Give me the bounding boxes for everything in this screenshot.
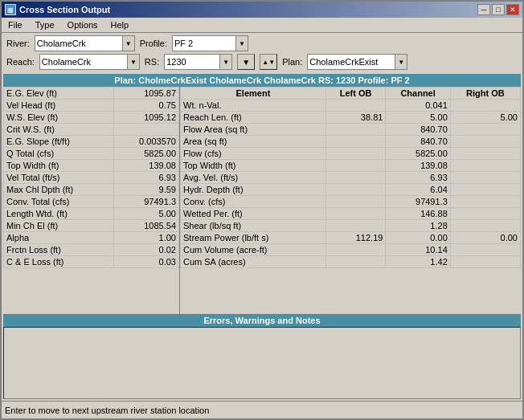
element-value	[325, 196, 386, 208]
nav-down-button[interactable]: ▼	[237, 54, 255, 70]
menu-options[interactable]: Options	[64, 19, 101, 31]
element-value: 112.19	[325, 232, 386, 244]
plan-header: Plan: CholmeCrkExist CholameCrk CholameC…	[3, 74, 521, 87]
element-name: Reach Len. (ft)	[181, 112, 326, 124]
errors-header: Errors, Warnings and Notes	[3, 314, 521, 327]
main-window: ▦ Cross Section Output ─ □ ✕ File Type O…	[0, 0, 524, 420]
left-label: Frctn Loss (ft)	[4, 244, 114, 256]
col-channel: Channel	[386, 88, 450, 100]
table-row: Top Width (ft)139.08	[4, 160, 179, 172]
errors-area	[3, 327, 521, 399]
toolbar-row1: River: CholameCrk ▼ Profile: PF 2 ▼	[2, 33, 522, 54]
left-label: Q Total (cfs)	[4, 148, 114, 160]
element-value: 97491.3	[386, 196, 450, 208]
table-row: Length Wtd. (ft)5.00	[4, 208, 179, 220]
nav-up-button[interactable]: ▲▼	[260, 54, 277, 70]
table-row: Reach Len. (ft)38.815.005.00	[181, 112, 521, 124]
left-value: 1095.12	[114, 112, 179, 124]
col-leftob: Left OB	[325, 88, 386, 100]
element-value	[325, 148, 386, 160]
element-value: 0.041	[386, 100, 450, 112]
left-value: 0.75	[114, 100, 179, 112]
col-rightob: Right OB	[450, 88, 520, 100]
left-label: Vel Total (ft/s)	[4, 172, 114, 184]
maximize-button[interactable]: □	[492, 4, 505, 15]
profile-label: Profile:	[140, 39, 167, 48]
reach-select[interactable]: CholameCrk	[39, 54, 128, 70]
element-value: 0.00	[386, 232, 450, 244]
element-name: Cum Volume (acre-ft)	[181, 244, 326, 256]
element-value	[325, 256, 386, 268]
element-value	[450, 220, 520, 232]
right-data-table: Element Left OB Channel Right OB Wt. n-V…	[180, 87, 521, 268]
menu-bar: File Type Options Help	[2, 18, 522, 33]
element-value: 840.70	[386, 136, 450, 148]
element-value	[450, 208, 520, 220]
left-value: 0.02	[114, 244, 179, 256]
menu-file[interactable]: File	[5, 19, 26, 31]
element-value: 6.93	[386, 172, 450, 184]
close-button[interactable]: ✕	[506, 4, 519, 15]
table-row: Frctn Loss (ft)0.02	[4, 244, 179, 256]
element-value	[450, 184, 520, 196]
element-value	[450, 124, 520, 136]
element-value: 1.42	[386, 256, 450, 268]
menu-type[interactable]: Type	[32, 19, 58, 31]
rs-select[interactable]: 1230	[164, 54, 220, 70]
right-table: Element Left OB Channel Right OB Wt. n-V…	[180, 87, 521, 314]
element-name: Shear (lb/sq ft)	[181, 220, 326, 232]
table-row: Vel Head (ft)0.75	[4, 100, 179, 112]
menu-help[interactable]: Help	[108, 19, 133, 31]
plan-dropdown-arrow[interactable]: ▼	[395, 54, 407, 70]
element-value	[450, 148, 520, 160]
element-value: 139.08	[386, 160, 450, 172]
status-bar: Enter to move to next upstream river sta…	[2, 401, 522, 418]
left-label: Length Wtd. (ft)	[4, 208, 114, 220]
table-row: E.G. Slope (ft/ft)0.003570	[4, 136, 179, 148]
left-value: 139.08	[114, 160, 179, 172]
element-value: 5.00	[450, 112, 520, 124]
river-select[interactable]: CholameCrk	[35, 35, 123, 51]
element-name: Top Width (ft)	[181, 160, 326, 172]
left-value: 5825.00	[114, 148, 179, 160]
table-row: W.S. Elev (ft)1095.12	[4, 112, 179, 124]
rs-dropdown-arrow[interactable]: ▼	[219, 54, 232, 70]
element-name: Flow (cfs)	[181, 148, 326, 160]
element-value: 146.88	[386, 208, 450, 220]
left-value: 97491.3	[114, 196, 179, 208]
element-name: Hydr. Depth (ft)	[181, 184, 326, 196]
element-value: 10.14	[386, 244, 450, 256]
left-label: Vel Head (ft)	[4, 100, 114, 112]
reach-label: Reach:	[6, 57, 35, 67]
table-row: Flow (cfs)5825.00	[181, 148, 521, 160]
left-table: E.G. Elev (ft)1095.87Vel Head (ft)0.75W.…	[3, 87, 180, 314]
left-label: W.S. Elev (ft)	[4, 112, 114, 124]
table-row: Area (sq ft)840.70	[181, 136, 521, 148]
left-label: Crit W.S. (ft)	[4, 124, 114, 136]
table-row: Wetted Per. (ft)146.88	[181, 208, 521, 220]
minimize-button[interactable]: ─	[477, 4, 490, 15]
element-value	[325, 220, 386, 232]
element-value	[450, 196, 520, 208]
table-row: Crit W.S. (ft)	[4, 124, 179, 136]
element-name: Wt. n-Val.	[181, 100, 326, 112]
plan-select[interactable]: CholameCrkExist	[307, 54, 395, 70]
element-value	[325, 184, 386, 196]
left-value: 6.93	[114, 172, 179, 184]
river-dropdown-arrow[interactable]: ▼	[122, 35, 135, 51]
left-label: Min Ch El (ft)	[4, 220, 114, 232]
table-row: Wt. n-Val.0.041	[181, 100, 521, 112]
table-row: Top Width (ft)139.08	[181, 160, 521, 172]
reach-dropdown-arrow[interactable]: ▼	[127, 54, 140, 70]
profile-select[interactable]: PF 2	[172, 35, 236, 51]
table-row: Vel Total (ft/s)6.93	[4, 172, 179, 184]
left-value: 9.59	[114, 184, 179, 196]
element-value	[325, 100, 386, 112]
reach-select-container: CholameCrk ▼	[39, 54, 140, 70]
profile-select-container: PF 2 ▼	[172, 35, 248, 51]
plan-select-container: CholameCrkExist ▼	[307, 54, 407, 70]
profile-dropdown-arrow[interactable]: ▼	[235, 35, 248, 51]
element-value: 6.04	[386, 184, 450, 196]
tables-container: E.G. Elev (ft)1095.87Vel Head (ft)0.75W.…	[3, 87, 521, 314]
left-value	[114, 124, 179, 136]
